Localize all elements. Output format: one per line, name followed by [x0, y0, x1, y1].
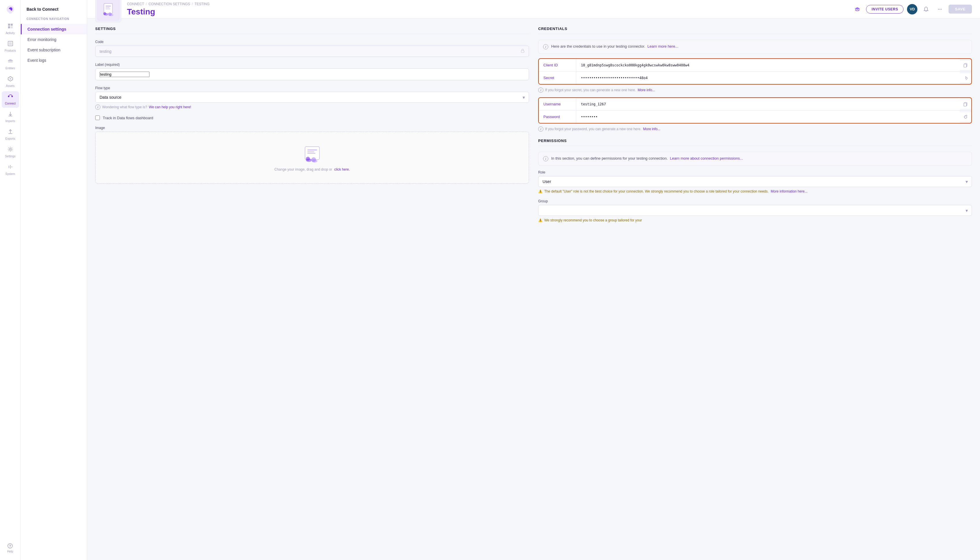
svg-rect-22 [106, 6, 111, 7]
nav-section-label: CONNECTION NAVIGATION [21, 17, 87, 24]
graduation-icon-btn[interactable] [852, 4, 863, 15]
invite-users-button[interactable]: INVITE USERS [866, 5, 903, 13]
svg-rect-4 [11, 26, 13, 28]
sidebar-item-label: Activity [6, 32, 15, 35]
sidebar-item-activity[interactable]: Activity [2, 21, 19, 37]
perm-learn-more-link[interactable]: Learn more about connection permissions.… [670, 156, 743, 160]
username-label: Username [539, 98, 576, 110]
sidebar-item-entities[interactable]: Entities [2, 56, 19, 72]
svg-rect-45 [964, 103, 967, 106]
nav-link-connection-settings[interactable]: Connection settings [21, 24, 87, 34]
avatar-label: VD [910, 7, 915, 11]
group-label: Group [538, 199, 972, 203]
username-row: Username testing_1267 [539, 98, 971, 110]
secret-value: ••••••••••••••••••••••••••••48o4 [576, 72, 960, 84]
image-upload-area[interactable]: Change your image, drag and drop or clic… [95, 132, 529, 183]
assets-icon [8, 76, 13, 83]
password-label: Password [539, 110, 576, 123]
right-panel: CREDENTIALS i Here are the credentials t… [538, 27, 972, 552]
secret-row: Secret ••••••••••••••••••••••••••••48o4 [539, 72, 971, 84]
sidebar-item-products[interactable]: Products [2, 38, 19, 55]
flow-help-info-icon: i [95, 105, 100, 110]
nav-link-error-monitoring[interactable]: Error monitoring [21, 34, 87, 45]
password-refresh-button[interactable] [960, 112, 971, 122]
password-row: Password •••••••• [539, 110, 971, 123]
sidebar-item-assets[interactable]: Assets [2, 73, 19, 90]
save-button[interactable]: SAVE [948, 5, 972, 13]
svg-point-43 [965, 77, 967, 79]
settings-section-title: SETTINGS [95, 27, 529, 34]
track-checkbox[interactable] [95, 115, 100, 120]
password-more-info-link[interactable]: More info... [643, 127, 661, 131]
back-to-connect[interactable]: Back to Connect [21, 7, 87, 17]
svg-rect-2 [11, 24, 13, 26]
help-label: Help [7, 550, 13, 553]
role-more-info-link[interactable]: More information here... [771, 189, 807, 193]
nav-link-event-logs[interactable]: Event logs [21, 55, 87, 65]
password-value: •••••••• [576, 111, 960, 123]
sidebar-item-exports[interactable]: Exports [2, 127, 19, 143]
username-copy-button[interactable] [960, 100, 971, 109]
sidebar-item-label: Connect [5, 102, 16, 105]
track-checkbox-label[interactable]: Track in Data flows dashboard [103, 116, 153, 120]
page-title-block: CONNECT / CONNECTION SETTINGS / TESTING … [127, 2, 210, 17]
user-avatar[interactable]: VD [907, 4, 917, 15]
secret-more-info-link[interactable]: More info... [638, 88, 655, 92]
sidebar-item-imports[interactable]: Imports [2, 109, 19, 125]
exports-icon [8, 129, 13, 136]
label-field[interactable] [95, 68, 529, 80]
upload-link[interactable]: click here. [334, 167, 350, 172]
label-field-label: Label (required) [95, 63, 529, 67]
cred-learn-more-link[interactable]: Learn more here... [647, 44, 679, 48]
flow-help-link[interactable]: We can help you right here! [149, 105, 191, 109]
secret-copy-button[interactable] [960, 73, 971, 83]
svg-rect-24 [106, 9, 110, 9]
main-area: CONNECT / CONNECTION SETTINGS / TESTING … [87, 0, 980, 560]
svg-point-39 [306, 157, 310, 161]
code-field-group: Code testing [95, 40, 529, 57]
svg-rect-35 [307, 152, 314, 152]
svg-point-12 [8, 96, 9, 97]
breadcrumb-sep-1: / [146, 2, 146, 6]
help-button[interactable]: ? Help [6, 541, 15, 555]
group-select[interactable] [538, 205, 972, 216]
image-field-group: Image Change your image, drag and drop o… [95, 126, 529, 183]
sidebar-item-system[interactable]: System [2, 162, 19, 178]
svg-point-29 [938, 9, 939, 10]
warning-triangle-icon: ⚠️ [538, 189, 542, 193]
settings-icon [8, 147, 13, 153]
flow-type-label: Flow type [95, 86, 529, 90]
sidebar-item-label: Settings [5, 155, 15, 158]
svg-rect-34 [307, 150, 317, 150]
topbar-actions: INVITE USERS VD SAVE [852, 4, 972, 15]
secret-note: i If you forgot your secret, you can gen… [538, 87, 972, 93]
sidebar-item-settings[interactable]: Settings [2, 144, 19, 160]
more-options-button[interactable] [935, 4, 945, 15]
role-select[interactable]: User Admin Read-only [538, 176, 972, 187]
breadcrumb-sep-2: / [192, 2, 193, 6]
secret-label: Secret [539, 72, 576, 84]
sidebar-item-connect[interactable]: Connect [2, 91, 19, 108]
password-note-icon: i [538, 127, 543, 132]
credentials-info-box: i Here are the credentials to use in you… [538, 40, 972, 54]
notification-bell-button[interactable] [921, 4, 931, 15]
label-input[interactable] [100, 72, 150, 77]
flow-type-field-group: Flow type Data source Data destination B… [95, 86, 529, 110]
breadcrumb-current: TESTING [195, 2, 210, 6]
client-secret-table: Client ID 10_g81mdnp5swg8scockcko008kgg4… [538, 58, 972, 85]
svg-point-28 [108, 12, 111, 16]
svg-rect-7 [8, 60, 13, 61]
settings-panel: SETTINGS Code testing Label (required) [95, 27, 529, 552]
app-logo[interactable] [5, 5, 16, 15]
permissions-info-box: i In this section, you can define permis… [538, 152, 972, 166]
client-id-copy-button[interactable] [960, 61, 971, 70]
breadcrumb-settings: CONNECTION SETTINGS [149, 2, 190, 6]
svg-rect-21 [104, 3, 113, 13]
permissions-section: PERMISSIONS i In this section, you can d… [538, 138, 972, 222]
flow-type-select[interactable]: Data source Data destination Bidirection… [95, 92, 529, 103]
password-note: i If you forgot your password, you can g… [538, 127, 972, 132]
permissions-section-title: PERMISSIONS [538, 138, 972, 146]
role-label: Role [538, 170, 972, 174]
nav-link-event-subscription[interactable]: Event subscription [21, 45, 87, 55]
sidebar-item-label: Exports [5, 137, 15, 141]
